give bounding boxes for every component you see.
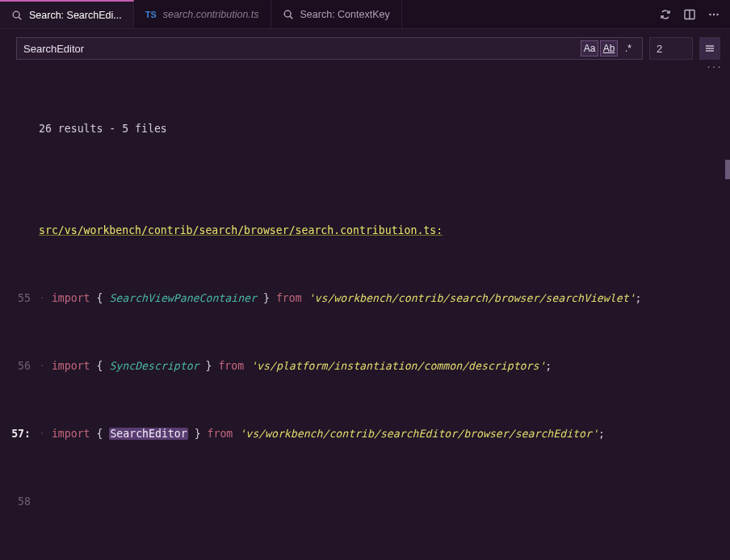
tab-file-contribution[interactable]: TS search.contribution.ts <box>134 0 271 28</box>
svg-line-1 <box>19 17 21 19</box>
regex-toggle[interactable]: .* <box>619 40 637 56</box>
result-line[interactable]: 57· import { SearchEditor } from 'vs/wor… <box>0 425 730 442</box>
tabbar-spacer <box>402 0 649 28</box>
tab-label: Search: SearchEdi... <box>29 10 122 21</box>
editor-tabbar: Search: SearchEdi... TS search.contribut… <box>0 0 730 29</box>
match-word-toggle[interactable]: Ab <box>600 40 618 56</box>
svg-point-0 <box>13 11 19 18</box>
search-icon <box>11 10 23 21</box>
result-line[interactable]: 56· import { SyncDescriptor } from 'vs/p… <box>0 357 730 374</box>
more-icon[interactable] <box>707 8 720 21</box>
tab-search-contextkey[interactable]: Search: ContextKey <box>271 0 402 28</box>
ellipsis-icon[interactable]: ··· <box>706 62 722 73</box>
svg-point-8 <box>716 13 718 15</box>
search-input-container: Aa Ab .* <box>16 37 643 60</box>
results-summary: 26 results - 5 files <box>0 120 730 137</box>
context-lines-input[interactable] <box>649 37 693 60</box>
minimap-highlight <box>725 160 730 179</box>
result-line[interactable]: 55· import { SearchViewPaneContainer } f… <box>0 290 730 307</box>
svg-point-2 <box>284 10 291 17</box>
match-case-toggle[interactable]: Aa <box>581 40 598 56</box>
ts-icon: TS <box>145 10 157 19</box>
file-header[interactable]: src/vs/workbench/contrib/search/browser/… <box>0 222 730 239</box>
search-icon <box>283 9 294 20</box>
tab-label: search.contribution.ts <box>163 9 259 20</box>
search-input[interactable] <box>23 43 581 55</box>
tab-search-editor[interactable]: Search: SearchEdi... <box>0 0 134 28</box>
svg-point-7 <box>713 13 715 15</box>
refresh-icon[interactable] <box>659 8 672 21</box>
split-editor-icon[interactable] <box>683 8 696 21</box>
result-line[interactable]: 58 <box>0 493 730 510</box>
tab-label: Search: ContextKey <box>300 9 390 20</box>
search-toggles: Aa Ab .* <box>581 40 637 56</box>
svg-line-3 <box>290 16 292 19</box>
toggle-details-icon[interactable] <box>699 37 720 60</box>
search-header: Aa Ab .* ··· <box>0 29 730 63</box>
tabbar-actions <box>649 0 730 28</box>
search-results: 26 results - 5 files src/vs/workbench/co… <box>0 63 730 560</box>
svg-point-6 <box>709 13 711 15</box>
